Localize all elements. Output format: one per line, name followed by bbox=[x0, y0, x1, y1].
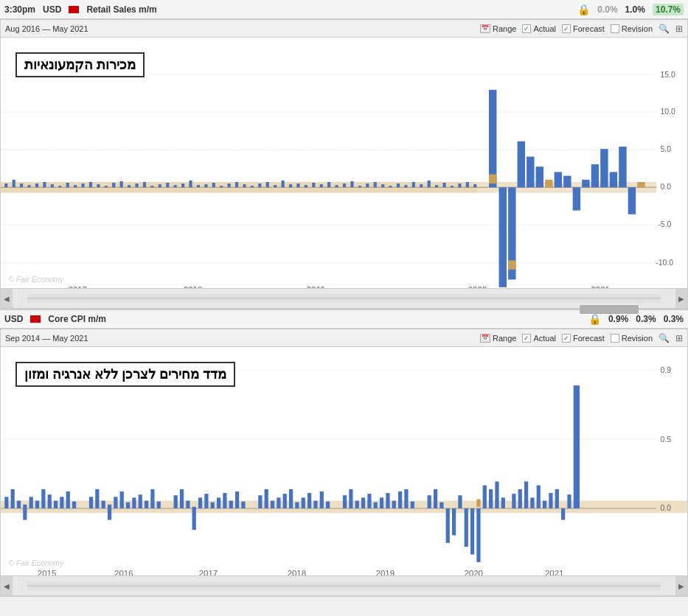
svg-rect-88 bbox=[619, 147, 626, 187]
svg-text:2020: 2020 bbox=[464, 569, 482, 575]
svg-rect-173 bbox=[439, 503, 443, 508]
svg-text:2016: 2016 bbox=[114, 569, 133, 575]
search-icon-1[interactable]: 🔍 bbox=[659, 24, 670, 34]
scroll-track-1[interactable] bbox=[27, 294, 661, 303]
event-name-1: Retail Sales m/m bbox=[86, 4, 570, 15]
svg-text:-10.0: -10.0 bbox=[656, 259, 673, 267]
svg-rect-25 bbox=[120, 181, 123, 187]
svg-rect-41 bbox=[243, 184, 246, 187]
scroll-track-2[interactable] bbox=[27, 581, 661, 590]
top-bar-1: 3:30pm USD Retail Sales m/m 🔒 0.0% 1.0% … bbox=[0, 0, 688, 19]
svg-rect-31 bbox=[166, 183, 169, 187]
svg-rect-27 bbox=[135, 183, 138, 187]
zoom-icon-2[interactable]: ⊞ bbox=[675, 333, 683, 343]
svg-rect-77 bbox=[489, 175, 496, 184]
svg-rect-169 bbox=[404, 489, 408, 508]
scroll-right-arrow-1[interactable]: ▶ bbox=[675, 289, 687, 308]
svg-rect-43 bbox=[258, 183, 261, 187]
svg-rect-176 bbox=[458, 495, 462, 508]
svg-rect-120 bbox=[60, 497, 63, 508]
range-icon-1: 📅 bbox=[480, 24, 490, 33]
svg-rect-160 bbox=[349, 489, 352, 508]
svg-rect-53 bbox=[336, 185, 338, 187]
search-icon-2[interactable]: 🔍 bbox=[659, 333, 670, 343]
forecast-check-1: ✓ bbox=[562, 24, 571, 33]
actual-check-2: ✓ bbox=[522, 334, 531, 343]
legend-forecast-2[interactable]: ✓ Forecast bbox=[562, 334, 605, 343]
svg-text:2021: 2021 bbox=[545, 569, 563, 575]
svg-rect-49 bbox=[305, 185, 307, 187]
legend-range-1[interactable]: 📅 Range bbox=[480, 24, 516, 33]
svg-rect-127 bbox=[114, 497, 117, 508]
svg-rect-139 bbox=[198, 497, 202, 508]
legend-revision-2[interactable]: Revision bbox=[611, 334, 653, 343]
legend-actual-1[interactable]: ✓ Actual bbox=[522, 24, 556, 33]
pct-forecast-1: 1.0% bbox=[625, 4, 645, 15]
legend-forecast-1[interactable]: ✓ Forecast bbox=[562, 24, 605, 33]
scroll-mini-chart-2 bbox=[27, 581, 661, 590]
svg-rect-32 bbox=[174, 185, 177, 187]
svg-rect-154 bbox=[302, 497, 305, 508]
chart-2: Sep 2014 — May 2021 📅 Range ✓ Actual ✓ F… bbox=[0, 329, 688, 597]
svg-rect-147 bbox=[258, 495, 262, 508]
svg-rect-83 bbox=[573, 187, 580, 210]
legend-revision-1[interactable]: Revision bbox=[611, 24, 653, 33]
svg-rect-36 bbox=[204, 184, 207, 187]
svg-text:0.9: 0.9 bbox=[661, 366, 672, 374]
svg-rect-133 bbox=[150, 489, 154, 508]
svg-text:© Fair Economy: © Fair Economy bbox=[8, 559, 64, 567]
svg-rect-65 bbox=[428, 181, 431, 187]
legend-forecast-label-2: Forecast bbox=[573, 334, 605, 343]
legend-range-label-2: Range bbox=[493, 334, 516, 343]
svg-text:2015: 2015 bbox=[38, 569, 56, 575]
svg-text:0.0: 0.0 bbox=[661, 504, 672, 512]
svg-rect-24 bbox=[112, 183, 115, 187]
chart-2-area: מדד מחירים לצרכן ללא אנרגיה ומזון bbox=[1, 347, 687, 575]
svg-rect-125 bbox=[102, 501, 105, 508]
svg-rect-60 bbox=[389, 186, 392, 187]
svg-rect-130 bbox=[132, 497, 136, 508]
svg-rect-19 bbox=[74, 185, 77, 187]
svg-rect-163 bbox=[367, 494, 371, 508]
svg-rect-44 bbox=[266, 182, 269, 187]
svg-text:2019: 2019 bbox=[376, 569, 395, 575]
svg-rect-187 bbox=[524, 481, 528, 508]
scroll-left-arrow-2[interactable]: ◀ bbox=[1, 576, 13, 595]
svg-text:10.0: 10.0 bbox=[661, 108, 675, 116]
svg-rect-75 bbox=[518, 141, 525, 188]
legend-actual-2[interactable]: ✓ Actual bbox=[522, 334, 556, 343]
svg-text:-5.0: -5.0 bbox=[658, 220, 671, 228]
svg-rect-126 bbox=[108, 505, 111, 520]
svg-rect-15 bbox=[43, 182, 46, 187]
svg-rect-14 bbox=[35, 183, 38, 187]
svg-rect-18 bbox=[66, 183, 69, 187]
svg-rect-116 bbox=[35, 501, 39, 508]
legend-range-2[interactable]: 📅 Range bbox=[480, 334, 516, 343]
svg-rect-182 bbox=[489, 489, 493, 508]
svg-rect-115 bbox=[29, 497, 33, 508]
svg-rect-39 bbox=[228, 183, 231, 187]
svg-rect-21 bbox=[89, 182, 92, 187]
svg-rect-166 bbox=[386, 493, 389, 508]
chart-2-scrollbar[interactable]: ◀ ▶ bbox=[1, 575, 687, 596]
svg-rect-73 bbox=[499, 187, 507, 287]
svg-rect-194 bbox=[567, 494, 571, 508]
revision-check-2 bbox=[611, 334, 619, 343]
zoom-icon-1[interactable]: ⊞ bbox=[675, 24, 683, 34]
currency-1: USD bbox=[43, 4, 61, 15]
svg-rect-47 bbox=[289, 184, 292, 187]
svg-rect-179 bbox=[476, 508, 480, 562]
range-icon-2: 📅 bbox=[480, 334, 490, 343]
svg-rect-72 bbox=[489, 90, 496, 187]
svg-rect-51 bbox=[320, 184, 323, 187]
scroll-left-arrow-1[interactable]: ◀ bbox=[1, 289, 13, 308]
svg-text:© Fair Economy: © Fair Economy bbox=[8, 276, 64, 284]
svg-rect-152 bbox=[289, 489, 293, 508]
svg-rect-136 bbox=[180, 489, 184, 508]
svg-rect-134 bbox=[157, 502, 161, 508]
scroll-right-arrow-2[interactable]: ▶ bbox=[675, 576, 687, 595]
scroll-thumb-1[interactable] bbox=[580, 305, 639, 314]
chart-1-area: מכירות הקמעונאיות © Fair Economy bbox=[1, 38, 687, 288]
lock-icon-2: 🔒 bbox=[588, 313, 601, 325]
chart-1-scrollbar[interactable]: ◀ ▶ bbox=[1, 288, 687, 309]
